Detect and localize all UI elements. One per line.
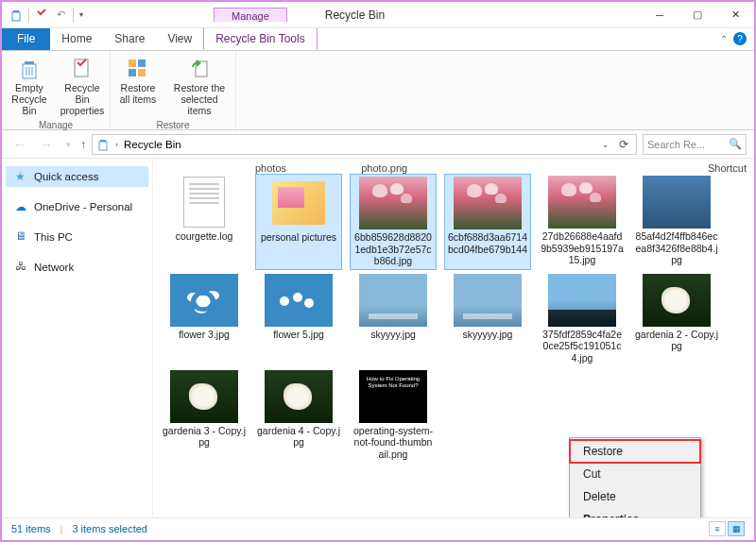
- pc-icon: 🖥: [15, 230, 28, 244]
- file-name: gardenia 4 - Copy.jpg: [257, 425, 340, 449]
- ribbon-group-manage: Empty Recycle Bin Recycle Bin properties…: [2, 51, 111, 129]
- file-name: 27db26688e4aafd9b5939eb915197a15.jpg: [541, 230, 624, 266]
- file-name: 6bb859628d88201edb1e3b72e57cb86d.jpg: [352, 231, 434, 267]
- nav-onedrive[interactable]: ☁ OneDrive - Personal: [6, 196, 148, 217]
- tab-file[interactable]: File: [2, 28, 50, 50]
- svg-rect-10: [129, 69, 136, 76]
- recycle-bin-icon: [9, 8, 23, 22]
- empty-recycle-bin-button[interactable]: Empty Recycle Bin: [4, 55, 55, 118]
- thumbnail: [454, 274, 522, 327]
- file-item[interactable]: gardenia 2 - Copy.jpg: [633, 272, 720, 366]
- file-item[interactable]: 6cbf688d3aa6714bcd04fbe679b144: [444, 174, 531, 270]
- file-list-view[interactable]: photos photo.png Shortcut courgette.logp…: [153, 159, 754, 517]
- thumbnail: [170, 370, 238, 423]
- svg-rect-9: [138, 59, 146, 67]
- title-bar: ↶ ▾ Manage Recycle Bin ─ ▢ ✕: [2, 2, 754, 28]
- label: OneDrive - Personal: [34, 201, 132, 212]
- close-button[interactable]: ✕: [716, 2, 754, 28]
- file-item[interactable]: skyyyyy.jpg: [444, 272, 531, 366]
- svg-rect-0: [12, 12, 20, 21]
- minimize-button[interactable]: ─: [641, 2, 679, 28]
- ctx-restore[interactable]: Restore: [570, 440, 700, 463]
- recycle-bin-icon: [96, 138, 110, 151]
- svg-rect-14: [100, 140, 106, 142]
- file-name: operating-system-not-found-thumbnail.png: [352, 425, 435, 461]
- help-icon[interactable]: ?: [733, 32, 747, 45]
- star-icon: ★: [15, 170, 28, 183]
- restore-selected-button[interactable]: Restore the selected items: [165, 55, 233, 118]
- address-bar-row: ← → ▾ ↑ › Recycle Bin ⌄ ⟳ Search Re... 🔍: [2, 130, 754, 159]
- file-name: 85af4d2f4ffb846ecea8f3426f8e88b4.jpg: [635, 230, 718, 266]
- svg-rect-7: [75, 59, 88, 76]
- file-name: gardenia 3 - Copy.jpg: [163, 425, 246, 449]
- address-bar[interactable]: › Recycle Bin ⌄ ⟳: [92, 134, 637, 155]
- file-item[interactable]: 375fdf2859c4fa2e0ce25f5c191051c4.jpg: [539, 272, 626, 366]
- svg-rect-11: [138, 69, 146, 76]
- recycle-bin-properties-button[interactable]: Recycle Bin properties: [57, 55, 108, 118]
- file-item[interactable]: personal pictures: [255, 174, 342, 270]
- network-icon: 🖧: [15, 261, 28, 274]
- file-item[interactable]: skyyyy.jpg: [350, 272, 437, 366]
- label: Empty Recycle Bin: [9, 82, 49, 116]
- file-item[interactable]: courgette.log: [161, 174, 248, 270]
- undo-icon[interactable]: ↶: [54, 8, 67, 22]
- file-item[interactable]: 27db26688e4aafd9b5939eb915197a15.jpg: [539, 174, 626, 270]
- column-header[interactable]: Shortcut: [708, 162, 747, 174]
- column-header[interactable]: photo.png: [361, 162, 425, 174]
- file-item[interactable]: 85af4d2f4ffb846ecea8f3426f8e88b4.jpg: [633, 174, 720, 270]
- separator: [73, 8, 74, 23]
- svg-rect-3: [25, 61, 34, 64]
- file-item[interactable]: gardenia 3 - Copy.jpg: [161, 368, 248, 463]
- ctx-properties[interactable]: Properties: [570, 508, 700, 517]
- collapse-ribbon-icon[interactable]: ⌃: [720, 34, 728, 44]
- details-view-button[interactable]: ≡: [709, 521, 726, 536]
- tab-view[interactable]: View: [156, 28, 203, 50]
- content-area: ★ Quick access ☁ OneDrive - Personal 🖥 T…: [2, 159, 754, 517]
- breadcrumb[interactable]: Recycle Bin: [124, 139, 181, 150]
- refresh-icon[interactable]: ⟳: [615, 138, 632, 151]
- ctx-delete[interactable]: Delete: [570, 485, 700, 508]
- thumbnail: [265, 274, 333, 327]
- label: Network: [34, 262, 74, 273]
- file-item[interactable]: 6bb859628d88201edb1e3b72e57cb86d.jpg: [350, 174, 437, 270]
- file-item[interactable]: How to Fix Operating System Not Found?op…: [350, 368, 437, 463]
- restore-selected-icon: [187, 57, 212, 81]
- properties-icon[interactable]: [35, 8, 48, 22]
- forward-button[interactable]: →: [36, 137, 57, 152]
- file-name: flower 3.jpg: [179, 329, 230, 341]
- address-dropdown-caret[interactable]: ⌄: [602, 140, 610, 149]
- context-menu: Restore Cut Delete Properties: [569, 437, 701, 517]
- search-placeholder: Search Re...: [647, 139, 705, 150]
- chevron-right-icon[interactable]: ›: [115, 140, 118, 149]
- restore-all-button[interactable]: Restore all items: [112, 55, 163, 118]
- up-button[interactable]: ↑: [80, 138, 86, 151]
- thumbnail: [170, 176, 238, 229]
- label: Recycle Bin properties: [60, 82, 105, 116]
- file-item[interactable]: flower 5.jpg: [255, 272, 342, 366]
- nav-network[interactable]: 🖧 Network: [6, 257, 148, 278]
- tab-home[interactable]: Home: [50, 28, 103, 50]
- qat-customize-caret[interactable]: ▾: [79, 10, 83, 19]
- nav-this-pc[interactable]: 🖥 This PC: [6, 227, 148, 247]
- thumbnail: [643, 176, 711, 229]
- ctx-cut[interactable]: Cut: [570, 463, 700, 485]
- column-header[interactable]: photos: [255, 162, 319, 174]
- svg-rect-8: [129, 59, 136, 67]
- tab-recycle-bin-tools[interactable]: Recycle Bin Tools: [203, 28, 318, 50]
- thumbnail: [265, 177, 333, 229]
- tab-share[interactable]: Share: [103, 28, 156, 50]
- search-input[interactable]: Search Re... 🔍: [643, 134, 747, 155]
- maximize-button[interactable]: ▢: [679, 2, 716, 28]
- file-item[interactable]: flower 3.jpg: [161, 272, 248, 366]
- icons-view-button[interactable]: ▦: [728, 521, 745, 536]
- file-name: skyyyy.jpg: [370, 329, 416, 341]
- file-item[interactable]: gardenia 4 - Copy.jpg: [255, 368, 342, 463]
- item-count: 51 items: [11, 523, 51, 534]
- recent-locations-caret[interactable]: ▾: [62, 140, 75, 149]
- thumbnail: [359, 274, 427, 327]
- cloud-icon: ☁: [15, 200, 28, 213]
- status-bar: 51 items | 3 items selected ≡ ▦: [4, 517, 752, 538]
- back-button[interactable]: ←: [9, 137, 30, 152]
- thumbnail: [170, 274, 238, 327]
- nav-quick-access[interactable]: ★ Quick access: [6, 166, 148, 187]
